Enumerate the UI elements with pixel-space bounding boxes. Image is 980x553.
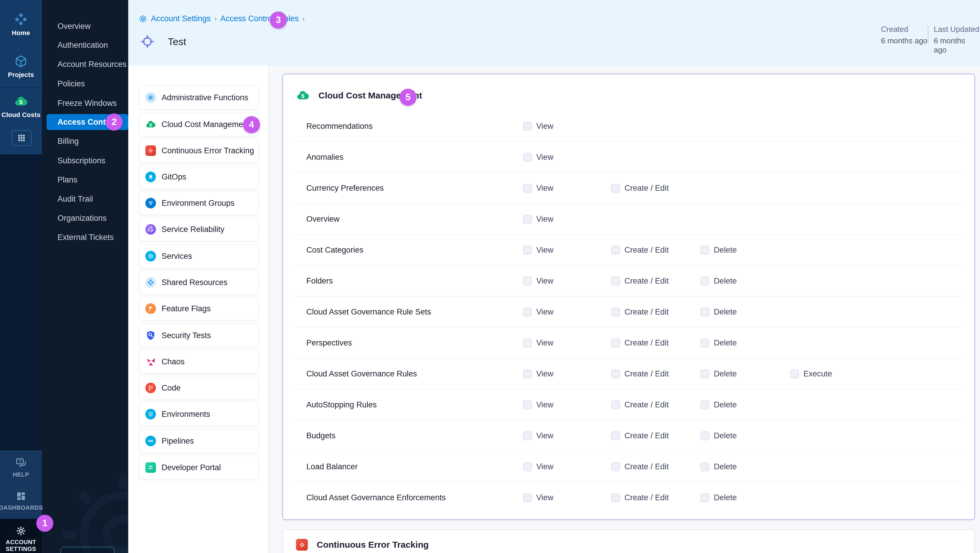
sidebar-item-audit-trail[interactable]: Audit Trail — [42, 191, 128, 207]
view-checkbox[interactable] — [523, 153, 532, 162]
delete-checkbox[interactable] — [700, 307, 710, 316]
module-card-security-tests[interactable]: Security Tests — [139, 324, 258, 347]
permission-option-label[interactable]: Create / Edit — [624, 462, 669, 471]
rail-item-dashboards[interactable]: DASHBOARDS — [0, 491, 42, 511]
breadcrumb-link-account-settings[interactable]: Account Settings — [151, 14, 211, 23]
permission-option-label[interactable]: View — [536, 338, 554, 348]
sidebar-item-plans[interactable]: Plans — [42, 172, 128, 188]
breadcrumb-link-access-control-roles[interactable]: Access Control: Roles — [220, 14, 299, 23]
rail-item-projects[interactable]: Projects — [0, 54, 42, 79]
view-checkbox[interactable] — [523, 462, 532, 471]
delete-checkbox[interactable] — [700, 338, 710, 347]
rail-item-cloud-costs[interactable]: $Cloud Costs — [0, 94, 42, 119]
permission-option-label[interactable]: View — [536, 462, 554, 471]
permission-option-label[interactable]: Create / Edit — [624, 184, 669, 193]
view-checkbox[interactable] — [523, 400, 532, 409]
module-card-cloud-cost-management[interactable]: $Cloud Cost Management — [139, 113, 258, 136]
permission-option-label[interactable]: Delete — [714, 338, 737, 348]
view-checkbox[interactable] — [523, 493, 532, 502]
rail-item-home[interactable]: Home — [0, 13, 42, 37]
permission-option-label[interactable]: Create / Edit — [624, 369, 669, 378]
view-checkbox[interactable] — [523, 215, 532, 223]
rail-item-account-settings[interactable]: ACCOUNT SETTINGS — [0, 526, 42, 552]
sidebar-item-freeze-windows[interactable]: Freeze Windows — [42, 95, 128, 111]
module-grid-button[interactable] — [11, 130, 32, 146]
permission-option-label[interactable]: Delete — [714, 307, 737, 316]
create-edit-checkbox[interactable] — [611, 493, 620, 502]
permission-option-label[interactable]: Create / Edit — [624, 276, 669, 286]
sidebar-item-subscriptions[interactable]: Subscriptions — [42, 153, 128, 168]
permission-option-label[interactable]: View — [536, 276, 554, 286]
permission-option-label[interactable]: Delete — [714, 400, 737, 410]
permission-option-label[interactable]: View — [536, 307, 554, 316]
module-card-code[interactable]: Code — [139, 376, 258, 400]
create-edit-checkbox[interactable] — [611, 400, 620, 409]
module-card-chaos[interactable]: Chaos — [139, 350, 258, 373]
module-card-continuous-error-tracking[interactable]: Continuous Error Tracking — [139, 139, 258, 162]
module-card-pipelines[interactable]: Pipelines — [139, 429, 258, 453]
sidebar-item-overview[interactable]: Overview — [42, 18, 128, 34]
module-card-environments[interactable]: Environments — [139, 402, 258, 426]
module-card-administrative-functions[interactable]: Administrative Functions — [139, 86, 258, 110]
delete-checkbox[interactable] — [700, 400, 710, 409]
module-card-feature-flags[interactable]: Feature Flags — [139, 297, 258, 320]
create-edit-checkbox[interactable] — [611, 369, 620, 378]
permission-option-label[interactable]: View — [536, 431, 554, 440]
module-card-developer-portal[interactable]: Developer Portal — [139, 456, 258, 479]
view-checkbox[interactable] — [523, 184, 532, 192]
permission-option-label[interactable]: Create / Edit — [624, 431, 669, 440]
delete-checkbox[interactable] — [700, 276, 710, 285]
sidebar-item-policies[interactable]: Policies — [42, 76, 128, 92]
delete-checkbox[interactable] — [700, 493, 710, 502]
permission-option-label[interactable]: Execute — [803, 369, 832, 378]
view-checkbox[interactable] — [523, 307, 532, 316]
sidebar-item-authentication[interactable]: Authentication — [42, 37, 128, 53]
permission-option-label[interactable]: Create / Edit — [624, 307, 669, 316]
create-edit-checkbox[interactable] — [611, 246, 620, 254]
create-edit-checkbox[interactable] — [611, 462, 620, 471]
permission-option-label[interactable]: Delete — [714, 431, 737, 440]
permission-option-label[interactable]: View — [536, 246, 554, 255]
permission-option-label[interactable]: View — [536, 369, 554, 378]
execute-checkbox[interactable] — [790, 369, 799, 378]
create-edit-checkbox[interactable] — [611, 338, 620, 347]
view-checkbox[interactable] — [523, 246, 532, 254]
view-checkbox[interactable] — [523, 276, 532, 285]
sidebar-item-external-tickets[interactable]: External Tickets — [42, 229, 128, 245]
permission-option-label[interactable]: Delete — [714, 369, 737, 378]
delete-checkbox[interactable] — [700, 246, 710, 254]
view-checkbox[interactable] — [523, 338, 532, 347]
create-edit-checkbox[interactable] — [611, 184, 620, 192]
permission-option-label[interactable]: View — [536, 400, 554, 410]
delete-checkbox[interactable] — [700, 431, 710, 440]
create-edit-checkbox[interactable] — [611, 276, 620, 285]
module-card-gitops[interactable]: GitOps — [139, 165, 258, 189]
permission-option-label[interactable]: View — [536, 153, 554, 162]
permission-option-label[interactable]: View — [536, 122, 554, 131]
view-checkbox[interactable] — [523, 431, 532, 440]
module-card-service-reliability[interactable]: Service Reliability — [139, 218, 258, 241]
module-card-environment-groups[interactable]: Environment Groups — [139, 191, 258, 215]
permission-option-label[interactable]: View — [536, 493, 554, 502]
permission-option-label[interactable]: Delete — [714, 493, 737, 502]
module-card-services[interactable]: Services — [139, 245, 258, 268]
create-edit-checkbox[interactable] — [611, 307, 620, 316]
rail-item-help[interactable]: ? HELP — [0, 457, 42, 478]
permission-option-label[interactable]: Create / Edit — [624, 338, 669, 348]
permission-option-label[interactable]: View — [536, 215, 554, 224]
delete-checkbox[interactable] — [700, 462, 710, 471]
permission-option-label[interactable]: Delete — [714, 462, 737, 471]
permission-option-label[interactable]: Create / Edit — [624, 493, 669, 502]
module-card-shared-resources[interactable]: Shared Resources — [139, 270, 258, 294]
permission-option-label[interactable]: View — [536, 184, 554, 193]
sidebar-item-account-resources[interactable]: Account Resources — [42, 56, 128, 72]
view-checkbox[interactable] — [523, 122, 532, 130]
sidebar-item-organizations[interactable]: Organizations — [42, 210, 128, 226]
permission-option-label[interactable]: Delete — [714, 246, 737, 255]
sidebar-collapse-button[interactable] — [60, 547, 115, 553]
create-edit-checkbox[interactable] — [611, 431, 620, 440]
permission-option-label[interactable]: Create / Edit — [624, 400, 669, 410]
view-checkbox[interactable] — [523, 369, 532, 378]
delete-checkbox[interactable] — [700, 369, 710, 378]
sidebar-item-billing[interactable]: Billing — [42, 133, 128, 149]
